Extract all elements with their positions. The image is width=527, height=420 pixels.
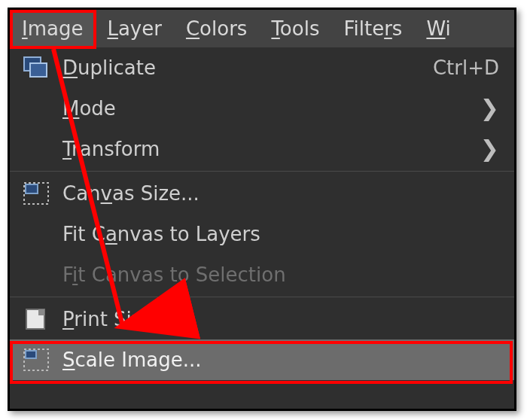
- menuitem-scale-image[interactable]: Scale Image...: [10, 339, 514, 380]
- canvas-size-icon: [23, 182, 49, 205]
- menu-filters[interactable]: Filters: [331, 10, 414, 47]
- svg-rect-7: [26, 351, 36, 358]
- menu-image-label: Image: [22, 17, 83, 40]
- menuitem-mode[interactable]: Mode ❯: [10, 88, 514, 129]
- menuitem-print-size[interactable]: Print Size...: [10, 299, 514, 339]
- menu-colors-label: Colors: [186, 17, 247, 40]
- menu-tools-label: Tools: [271, 17, 319, 40]
- menuitem-transform[interactable]: Transform ❯: [10, 129, 514, 169]
- menuitem-transform-label: Transform: [62, 138, 480, 160]
- menuitem-canvas-size[interactable]: Canvas Size...: [10, 173, 514, 214]
- menu-windows[interactable]: Wi: [414, 10, 462, 47]
- menuitem-fit-canvas-selection: Fit Canvas to Selection: [10, 254, 514, 295]
- image-menu-dropdown: Duplicate Ctrl+D Mode ❯ Transform ❯ Canv…: [10, 47, 514, 409]
- duplicate-icon: [23, 56, 49, 79]
- svg-rect-3: [26, 184, 38, 193]
- svg-rect-5: [38, 309, 44, 315]
- svg-rect-1: [30, 63, 47, 77]
- menuitem-fit-canvas-layers[interactable]: Fit Canvas to Layers: [10, 214, 514, 254]
- menuitem-print-size-label: Print Size...: [62, 308, 499, 330]
- print-size-icon: [23, 308, 49, 330]
- menu-filters-label: Filters: [343, 17, 402, 40]
- menuitem-fit-canvas-selection-label: Fit Canvas to Selection: [62, 263, 499, 286]
- menu-separator: [10, 297, 514, 297]
- menu-tools[interactable]: Tools: [259, 10, 331, 47]
- scale-image-icon: [23, 348, 49, 371]
- app-window: Image Layer Colors Tools Filters Wi Dup: [8, 8, 516, 411]
- menu-layer-label: Layer: [107, 17, 162, 40]
- menuitem-canvas-size-label: Canvas Size...: [62, 182, 499, 205]
- menuitem-mode-label: Mode: [62, 97, 480, 120]
- submenu-arrow-icon: ❯: [480, 138, 499, 160]
- menuitem-duplicate[interactable]: Duplicate Ctrl+D: [10, 47, 514, 88]
- menu-windows-label: Wi: [426, 17, 450, 40]
- menubar: Image Layer Colors Tools Filters Wi: [10, 10, 514, 47]
- menuitem-fit-canvas-layers-label: Fit Canvas to Layers: [62, 223, 499, 245]
- menu-separator: [10, 171, 514, 172]
- submenu-arrow-icon: ❯: [480, 97, 499, 120]
- menuitem-duplicate-accel: Ctrl+D: [433, 56, 499, 79]
- menu-image[interactable]: Image: [10, 10, 95, 47]
- menuitem-scale-image-label: Scale Image...: [62, 348, 499, 371]
- menuitem-duplicate-label: Duplicate: [62, 56, 433, 79]
- menu-colors[interactable]: Colors: [174, 10, 259, 47]
- menu-layer[interactable]: Layer: [95, 10, 174, 47]
